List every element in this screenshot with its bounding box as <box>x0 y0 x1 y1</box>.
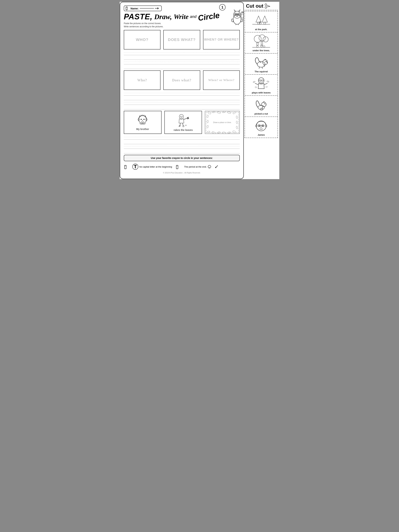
writing-line[interactable] <box>124 91 240 95</box>
svg-rect-94 <box>259 80 261 81</box>
svg-point-105 <box>264 103 265 104</box>
svg-rect-80 <box>257 42 258 45</box>
cutout-item-trees[interactable]: under the trees. <box>245 32 278 54</box>
my-brother-box[interactable]: My brother <box>124 111 162 134</box>
cutout-item-james[interactable]: James <box>245 117 278 138</box>
svg-point-52 <box>217 131 221 133</box>
svg-point-103 <box>258 105 264 110</box>
period-text: The period at the end. <box>184 165 207 168</box>
boxes-row-1: WHO? DOES WHAT? WHEN? OR WHERE? <box>124 30 240 50</box>
svg-line-22 <box>145 115 146 116</box>
svg-line-30 <box>180 123 180 126</box>
writing-line[interactable] <box>124 60 240 64</box>
svg-point-24 <box>144 119 145 120</box>
trees-image <box>252 34 270 48</box>
svg-marker-70 <box>256 16 261 22</box>
svg-point-39 <box>185 125 187 126</box>
cutout-item-plays[interactable]: plays with leaves <box>245 75 278 96</box>
svg-point-89 <box>267 62 267 63</box>
svg-point-66 <box>265 4 267 6</box>
svg-point-46 <box>236 116 238 119</box>
svg-point-57 <box>207 115 209 118</box>
svg-point-41 <box>212 111 215 113</box>
circle-instructions-row: T he capital letter at the beginning The… <box>124 163 240 171</box>
cutout-item-nut[interactable]: picked a nut <box>245 96 278 117</box>
arrow-down-icon <box>215 165 218 169</box>
svg-marker-11 <box>236 15 238 17</box>
svg-point-79 <box>263 37 268 42</box>
writing-lines-2 <box>124 91 240 109</box>
owl-icon <box>229 9 245 25</box>
bottom-note: Use your favorite crayon to circle in yo… <box>124 155 240 161</box>
svg-point-67 <box>265 6 267 8</box>
writing-line[interactable] <box>124 135 240 139</box>
svg-marker-72 <box>262 16 267 22</box>
illustrated-boxes-row: My brother <box>124 111 240 134</box>
svg-point-9 <box>235 14 236 15</box>
svg-point-78 <box>259 35 265 41</box>
name-box[interactable]: Name: <box>124 6 162 11</box>
writing-line[interactable] <box>124 95 240 100</box>
svg-point-99 <box>253 81 255 83</box>
cutout-item-park[interactable]: at the park. <box>245 11 278 32</box>
writing-line[interactable] <box>124 64 240 69</box>
svg-point-48 <box>236 126 238 129</box>
main-worksheet: Name: 1 PASTE, Draw, Write and Circle <box>120 2 244 179</box>
plays-scene <box>252 77 270 90</box>
page-number: 1 <box>219 4 226 11</box>
brother-illustration <box>136 114 149 127</box>
svg-point-44 <box>227 111 231 114</box>
svg-point-88 <box>266 61 267 62</box>
squirrel-scene <box>252 56 270 69</box>
title-circle: Circle <box>197 11 220 23</box>
title-paste: PASTE, <box>124 12 152 21</box>
who-box-1[interactable]: WHO? <box>124 30 160 50</box>
svg-line-68 <box>266 5 270 6</box>
svg-point-28 <box>180 116 181 117</box>
period-circle: . <box>208 165 211 168</box>
trees-scene <box>252 34 270 48</box>
does-what-box-2[interactable]: Does what? <box>163 70 200 90</box>
when-where-box-1[interactable]: WHEN? OR WHERE? <box>203 30 240 50</box>
rakes-leaves-label: rakes the leaves <box>174 129 193 131</box>
title-area: PASTE, Draw, Write and Circle <box>124 12 240 21</box>
writing-line[interactable] <box>124 144 240 149</box>
rakes-leaves-box[interactable]: rakes the leaves <box>165 111 202 134</box>
who-box-2[interactable]: Who? <box>124 70 160 90</box>
svg-point-93 <box>258 78 264 83</box>
svg-point-47 <box>236 121 238 124</box>
writing-line[interactable] <box>124 55 240 60</box>
owl-illustration <box>229 9 245 27</box>
writing-line[interactable] <box>124 51 240 55</box>
cutout-header: Cut out <box>245 3 278 9</box>
name-label: Name: <box>131 7 139 10</box>
when-where-box-2[interactable]: When? or Where? <box>203 70 240 90</box>
my-brother-label: My brother <box>136 128 149 131</box>
arrow-right-icon <box>155 7 159 10</box>
does-what-box-1[interactable]: DOES WHAT? <box>163 30 200 50</box>
writing-line[interactable] <box>124 105 240 109</box>
svg-rect-15 <box>242 12 243 13</box>
writing-line[interactable] <box>124 100 240 105</box>
svg-point-42 <box>217 111 221 114</box>
nut-image <box>252 97 270 111</box>
cutout-item-squirrel[interactable]: The squirrel <box>245 54 278 75</box>
draw-place-box[interactable]: Draw a place or time. <box>205 111 240 134</box>
section-3: My brother <box>124 111 240 153</box>
writing-line[interactable] <box>124 149 240 153</box>
svg-rect-95 <box>262 80 263 81</box>
writing-line[interactable] <box>124 139 240 144</box>
pencil-left-icon <box>126 6 129 10</box>
title-draw: Draw, <box>154 13 172 21</box>
trees-label: under the trees. <box>253 49 270 52</box>
james-scene <box>252 119 270 132</box>
title-and: and <box>190 14 196 19</box>
svg-point-77 <box>254 35 261 42</box>
svg-point-54 <box>207 131 210 133</box>
svg-line-91 <box>262 67 262 69</box>
james-image <box>252 118 270 133</box>
svg-line-31 <box>183 123 183 126</box>
svg-point-23 <box>141 119 142 120</box>
svg-point-27 <box>179 114 184 119</box>
section-1: WHO? DOES WHAT? WHEN? OR WHERE? <box>124 30 240 69</box>
